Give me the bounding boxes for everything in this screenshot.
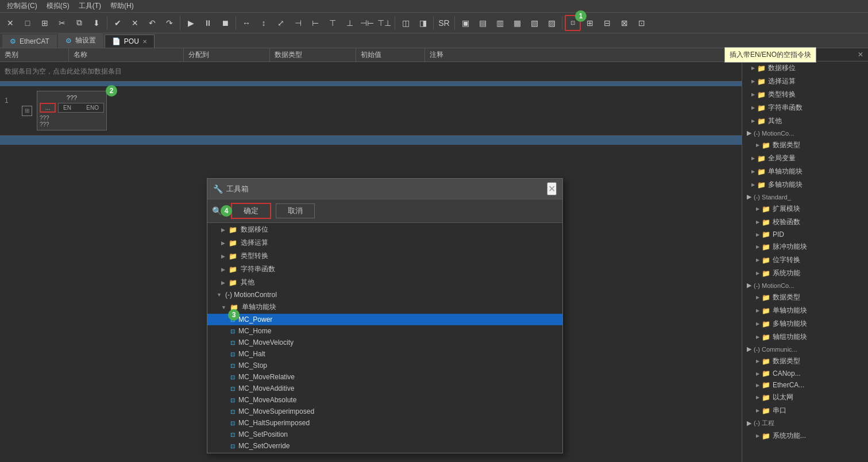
tree-select-op[interactable]: ▶ 📁 选择运算 xyxy=(207,236,562,249)
toolbox-dialog: 🔧 工具箱 ✕ 🔍 4 确定 取消 ▶ 📁 数据移位 ▶ 📁 选 xyxy=(207,178,563,453)
tree-label-ms: MC_MoveSuperimposed xyxy=(238,407,314,415)
tree-folder-string-fn: 📁 xyxy=(229,265,237,274)
tree-label-mab: MC_MoveAbsolute xyxy=(238,396,296,404)
tree-mc-setoverride[interactable]: ⊡ MC_SetOverride xyxy=(207,440,562,452)
tree-label-other: 其他 xyxy=(241,278,254,287)
tree-label-mc-power: MC_Power xyxy=(238,315,272,324)
tree-label-ma: MC_MoveAdditive xyxy=(238,384,294,392)
tree-string-fn[interactable]: ▶ 📁 字符串函数 xyxy=(207,263,562,276)
tree-label-data-move: 数据移位 xyxy=(241,225,268,234)
dialog-overlay: 🔧 工具箱 ✕ 🔍 4 确定 取消 ▶ 📁 数据移位 ▶ 📁 选 xyxy=(0,0,868,462)
tree-mc-power-wrapper: 3 ⊡ MC_Power xyxy=(207,314,562,325)
tree-arrow-string-fn: ▶ xyxy=(221,267,225,272)
tree-arrow-select-op: ▶ xyxy=(221,240,225,246)
tree-label-stop: MC_Stop xyxy=(238,361,267,369)
tree-mc-moveadditive[interactable]: ⊡ MC_MoveAdditive xyxy=(207,383,562,394)
tree-arrow-single: ▼ xyxy=(221,305,226,310)
tree-fb-icon-ma: ⊡ xyxy=(230,386,235,392)
tree-fb-icon-hs: ⊡ xyxy=(230,420,235,426)
tree-fb-icon-ms: ⊡ xyxy=(230,409,235,415)
tree-fb-icon-mr: ⊡ xyxy=(230,374,235,380)
tree-mc-movesuperimposed[interactable]: ⊡ MC_MoveSuperimposed xyxy=(207,406,562,417)
tree-mc-halt[interactable]: ⊡ MC_Halt xyxy=(207,348,562,360)
tree-mc-setposition[interactable]: ⊡ MC_SetPosition xyxy=(207,429,562,440)
tree-arrow-motion: ▼ xyxy=(217,292,222,298)
tree-label-motion: (-) MotionControl xyxy=(225,291,277,299)
tree-mc-moverelative[interactable]: ⊡ MC_MoveRelative xyxy=(207,371,562,383)
tree-fb-icon-mab: ⊡ xyxy=(230,397,235,403)
tree-label-mv: MC_MoveVelocity xyxy=(238,338,294,346)
tree-arrow-data-move: ▶ xyxy=(221,227,225,233)
tree-fb-icon-mc-home: ⊡ xyxy=(230,328,235,334)
tree-other[interactable]: ▶ 📁 其他 xyxy=(207,276,562,289)
tree-mc-home[interactable]: ⊡ MC_Home xyxy=(207,325,562,337)
tree-label-select-op: 选择运算 xyxy=(241,238,268,248)
badge-3: 3 xyxy=(228,309,240,321)
tree-label-string-fn: 字符串函数 xyxy=(241,264,275,274)
dialog-close-btn[interactable]: ✕ xyxy=(547,182,557,195)
tree-folder-other: 📁 xyxy=(229,279,237,287)
tree-label-type-conv: 类型转换 xyxy=(241,251,268,261)
dialog-titlebar[interactable]: 🔧 工具箱 ✕ xyxy=(207,179,562,199)
dialog-confirm-btn[interactable]: 确定 xyxy=(231,203,271,219)
tree-folder-type-conv: 📁 xyxy=(229,252,237,260)
tree-label-hs: MC_HaltSuperimposed xyxy=(238,419,310,427)
tree-fb-icon-so: ⊡ xyxy=(230,443,235,449)
tree-label-halt: MC_Halt xyxy=(238,350,265,358)
tree-label-sp: MC_SetPosition xyxy=(238,430,288,438)
tree-mc-power[interactable]: ⊡ MC_Power xyxy=(207,314,562,325)
badge-1: 1 xyxy=(575,10,587,22)
dialog-title: 🔧 工具箱 xyxy=(213,184,249,194)
tree-fb-icon-halt: ⊡ xyxy=(230,351,235,357)
tree-fb-icon-sp: ⊡ xyxy=(230,432,235,438)
tree-motion-section[interactable]: ▼ (-) MotionControl xyxy=(207,289,562,301)
tree-fb-icon-mv: ⊡ xyxy=(230,340,235,346)
dialog-toolbar: 🔍 4 确定 取消 xyxy=(207,199,562,223)
tree-mc-moveabsolute[interactable]: ⊡ MC_MoveAbsolute xyxy=(207,394,562,406)
tree-fb-icon-stop: ⊡ xyxy=(230,363,235,369)
dialog-cancel-btn[interactable]: 取消 xyxy=(276,203,315,218)
tree-label-single: 单轴功能块 xyxy=(242,302,276,312)
tree-type-conv[interactable]: ▶ 📁 类型转换 xyxy=(207,249,562,263)
badge-4: 4 xyxy=(221,205,232,217)
tree-mc-stop[interactable]: ⊡ MC_Stop xyxy=(207,360,562,371)
tree-arrow-type-conv: ▶ xyxy=(221,253,225,259)
tree-label-mr: MC_MoveRelative xyxy=(238,373,295,381)
tree-label-mc-home: MC_Home xyxy=(238,327,271,335)
tooltip-insert-en-eno: 插入带EN/ENO的空指令块 xyxy=(724,47,816,63)
tree-data-move[interactable]: ▶ 📁 数据移位 xyxy=(207,223,562,236)
tree-single-axis[interactable]: ▼ 📁 单轴功能块 xyxy=(207,301,562,314)
dialog-title-icon: 🔧 xyxy=(213,184,223,194)
tree-folder-data-move: 📁 xyxy=(229,226,237,234)
tree-folder-select-op: 📁 xyxy=(229,239,237,247)
tree-mc-movevelocity[interactable]: ⊡ MC_MoveVelocity xyxy=(207,337,562,348)
tree-label-so: MC_SetOverride xyxy=(238,442,290,450)
dialog-content: ▶ 📁 数据移位 ▶ 📁 选择运算 ▶ 📁 类型转换 ▶ 📁 字符串函数 ▶ xyxy=(207,223,562,453)
dialog-title-text: 工具箱 xyxy=(226,184,249,194)
tree-arrow-other: ▶ xyxy=(221,280,225,286)
tree-mc-haltsuperimposed[interactable]: ⊡ MC_HaltSuperimposed xyxy=(207,417,562,429)
